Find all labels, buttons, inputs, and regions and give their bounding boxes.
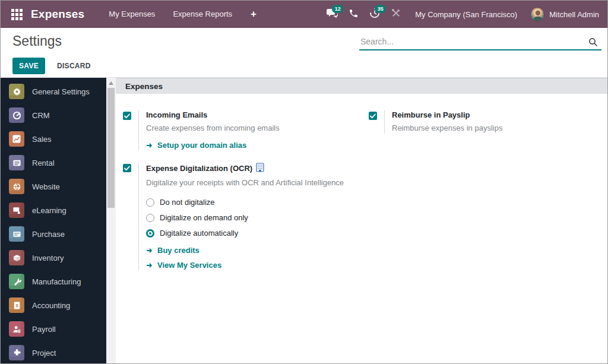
setting-title: Expense Digitalization (OCR) xyxy=(146,163,362,174)
arrow-right-icon xyxy=(146,247,153,254)
globe-icon xyxy=(9,179,24,194)
radio-do-not-digitalize[interactable]: Do not digitalize xyxy=(146,198,362,207)
radio-icon[interactable] xyxy=(146,198,154,207)
setting-description: Create expenses from incoming emails xyxy=(146,124,362,132)
scroll-up-icon[interactable] xyxy=(109,81,113,85)
sidebar-item-label: Manufacturing xyxy=(32,277,81,286)
enterprise-upgrade-icon xyxy=(256,163,264,174)
nav-my-expenses[interactable]: My Expenses xyxy=(100,1,164,28)
user-avatar[interactable] xyxy=(530,7,544,21)
radio-digitalize-automatically[interactable]: Digitalize automatically xyxy=(146,229,362,238)
page-title: Settings xyxy=(12,33,62,49)
sidebar-item-elearning[interactable]: eLearning xyxy=(1,198,106,222)
section-header: Expenses xyxy=(116,78,607,94)
gear-icon xyxy=(9,84,24,99)
control-panel: Settings xyxy=(1,28,607,54)
discard-button[interactable]: DISCARD xyxy=(51,58,97,74)
sidebar-item-crm[interactable]: CRM xyxy=(1,103,106,127)
sidebar-item-label: Sales xyxy=(32,135,52,144)
sidebar-item-general-settings[interactable]: General Settings xyxy=(1,80,106,103)
setting-title: Reimburse in Payslip xyxy=(392,110,607,119)
digitalization-radio-group: Do not digitalize Digitalize on demand o… xyxy=(146,198,362,238)
radio-digitalize-on-demand[interactable]: Digitalize on demand only xyxy=(146,213,362,222)
setting-expense-digitalization: Expense Digitalization (OCR) Digitalize … xyxy=(116,163,362,271)
buy-credits-link[interactable]: Buy credits xyxy=(146,246,362,255)
sidebar-item-purchase[interactable]: Purchase xyxy=(1,222,106,246)
arrow-right-icon xyxy=(146,142,153,149)
sidebar-item-accounting[interactable]: $ Accounting xyxy=(1,293,106,317)
setting-incoming-emails: Incoming Emails Create expenses from inc… xyxy=(116,110,362,151)
button-row: SAVE DISCARD xyxy=(1,54,607,78)
user-menu[interactable]: Mitchell Admin xyxy=(549,10,599,19)
sidebar-item-label: Purchase xyxy=(32,230,65,239)
puzzle-icon xyxy=(9,345,24,360)
setting-description: Reimburse expenses in payslips xyxy=(392,124,607,132)
settings-content: Expenses Incoming Emails Create expenses… xyxy=(116,78,607,363)
search-input[interactable] xyxy=(359,34,601,50)
sidebar-item-label: Accounting xyxy=(32,301,70,310)
box-icon xyxy=(9,250,24,265)
setting-reimburse-payslip: Reimburse in Payslip Reimburse expenses … xyxy=(362,110,607,134)
crm-icon xyxy=(9,107,24,123)
sidebar-item-payroll[interactable]: Payroll xyxy=(1,317,106,341)
tools-button[interactable] xyxy=(385,1,407,28)
presentation-icon xyxy=(9,202,24,218)
top-navbar: Expenses My Expenses Expense Reports + 1… xyxy=(1,1,607,28)
sidebar-scrollbar[interactable] xyxy=(106,78,116,363)
apps-menu-icon[interactable] xyxy=(11,9,23,20)
settings-sidebar: General Settings CRM Sales Rental xyxy=(1,78,106,363)
sidebar-item-label: eLearning xyxy=(32,206,66,215)
activities-badge: 35 xyxy=(375,5,386,13)
scrollbar-thumb[interactable] xyxy=(107,88,115,208)
rental-icon xyxy=(9,155,24,170)
phone-button[interactable] xyxy=(343,1,364,28)
sidebar-item-label: Website xyxy=(32,182,60,191)
sidebar-item-manufacturing[interactable]: Manufacturing xyxy=(1,270,106,293)
sidebar-item-label: Rental xyxy=(32,159,55,167)
incoming-emails-checkbox[interactable] xyxy=(123,112,131,120)
sidebar-item-label: Payroll xyxy=(32,325,56,334)
activities-button[interactable]: 35 xyxy=(364,1,385,28)
arrow-right-icon xyxy=(146,262,153,269)
sidebar-item-website[interactable]: Website xyxy=(1,175,106,198)
nav-expense-reports[interactable]: Expense Reports xyxy=(164,1,241,28)
wrench-icon xyxy=(9,274,24,289)
sales-chart-icon xyxy=(9,131,24,147)
sidebar-item-label: Project xyxy=(32,349,56,357)
app-window: Expenses My Expenses Expense Reports + 1… xyxy=(0,0,608,364)
radio-icon[interactable] xyxy=(146,229,154,238)
setting-title: Incoming Emails xyxy=(146,110,362,119)
expense-digitalization-checkbox[interactable] xyxy=(123,164,131,172)
messages-badge: 12 xyxy=(332,5,343,13)
invoice-icon: $ xyxy=(9,297,24,313)
sidebar-item-sales[interactable]: Sales xyxy=(1,127,106,151)
setup-domain-alias-link[interactable]: Setup your domain alias xyxy=(146,141,362,150)
view-my-services-link[interactable]: View My Services xyxy=(146,261,362,270)
radio-icon[interactable] xyxy=(146,214,154,222)
setting-description: Digitalize your receipts with OCR and Ar… xyxy=(146,178,362,187)
search-bar xyxy=(359,34,601,50)
credit-card-icon xyxy=(9,226,24,242)
save-button[interactable]: SAVE xyxy=(12,58,45,74)
company-switcher[interactable]: My Company (San Francisco) xyxy=(415,10,517,19)
sidebar-item-label: Inventory xyxy=(32,254,64,262)
sidebar-item-rental[interactable]: Rental xyxy=(1,151,106,175)
employee-badge-icon xyxy=(9,321,24,337)
messages-button[interactable]: 12 xyxy=(321,1,343,28)
reimburse-payslip-checkbox[interactable] xyxy=(369,112,377,120)
sidebar-item-inventory[interactable]: Inventory xyxy=(1,246,106,270)
nav-plus-button[interactable]: + xyxy=(241,8,266,20)
search-icon[interactable] xyxy=(588,37,598,49)
sidebar-item-project[interactable]: Project xyxy=(1,341,106,363)
tools-icon xyxy=(391,8,401,20)
phone-icon xyxy=(349,8,359,21)
sidebar-item-label: CRM xyxy=(32,111,50,120)
sidebar-item-label: General Settings xyxy=(32,87,90,96)
app-title[interactable]: Expenses xyxy=(31,8,84,21)
